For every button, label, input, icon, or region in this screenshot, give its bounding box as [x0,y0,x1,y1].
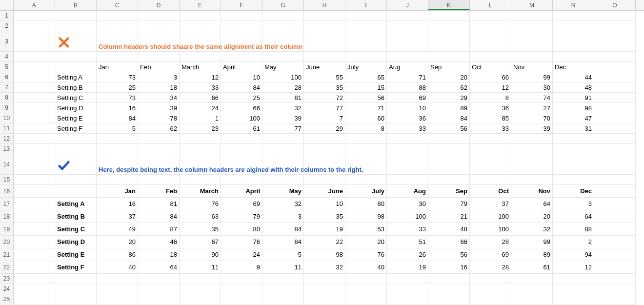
cell-K19[interactable]: 48 [428,223,470,236]
cell-C20[interactable]: 20 [97,236,138,248]
row-header-20[interactable]: 20 [0,236,14,248]
cell-N20[interactable]: 2 [553,236,594,248]
cell-E13[interactable] [180,144,221,154]
cell-H9[interactable]: 77 [304,103,345,113]
cell-L22[interactable]: 28 [470,261,511,274]
cell-M4[interactable] [511,52,553,62]
cell-D2[interactable] [138,21,180,31]
col-header-C[interactable]: C [97,0,138,10]
cell-J12[interactable] [387,134,428,144]
cell-C22[interactable]: 40 [97,261,138,274]
cell-E23[interactable] [180,274,221,284]
cell-J18[interactable]: 100 [387,210,428,223]
cell-B3[interactable] [55,31,97,52]
cell-B8[interactable]: Setting C [55,93,97,103]
cell-F9[interactable]: 66 [221,103,262,113]
row-header-23[interactable]: 23 [0,274,14,284]
cell-L9[interactable]: 36 [470,103,511,113]
cell-B20[interactable]: Setting D [55,236,97,248]
cell-L11[interactable]: 33 [470,123,511,134]
cell-I14[interactable] [345,154,387,175]
cell-I8[interactable]: 56 [345,93,387,103]
cell-N24[interactable] [553,284,594,294]
cell-G8[interactable]: 81 [262,93,304,103]
cell-N23[interactable] [553,274,594,284]
cell-K13[interactable] [428,144,470,154]
cell-O24[interactable] [594,284,636,294]
cell-E9[interactable]: 24 [180,103,221,113]
cell-D18[interactable]: 84 [138,210,180,223]
cell-F1[interactable] [221,11,262,21]
cell-C7[interactable]: 25 [97,82,138,93]
cell-I25[interactable] [345,294,387,305]
cell-C18[interactable]: 37 [97,210,138,223]
cell-I6[interactable]: 65 [345,72,387,82]
cell-A4[interactable] [14,52,55,62]
cell-D12[interactable] [138,134,180,144]
cell-H6[interactable]: 55 [304,72,345,82]
cell-F21[interactable]: 24 [221,248,262,261]
row-header-6[interactable]: 6 [0,72,14,82]
cell-O22[interactable] [594,261,636,274]
cell-E4[interactable] [180,52,221,62]
cell-A25[interactable] [14,294,55,305]
cell-L20[interactable]: 28 [470,236,511,248]
cell-G23[interactable] [262,274,304,284]
cell-J17[interactable]: 30 [387,198,428,210]
row-header-7[interactable]: 7 [0,82,14,93]
cell-C11[interactable]: 5 [97,123,138,134]
cell-M10[interactable]: 70 [511,113,553,123]
cell-A8[interactable] [14,93,55,103]
cell-N10[interactable]: 47 [553,113,594,123]
cell-M11[interactable]: 39 [511,123,553,134]
cell-O8[interactable] [594,93,636,103]
cell-E6[interactable]: 12 [180,72,221,82]
cell-K15[interactable] [428,175,470,185]
cell-B23[interactable] [55,274,97,284]
cell-D7[interactable]: 18 [138,82,180,93]
cell-K25[interactable] [428,294,470,305]
cell-K17[interactable]: 79 [428,198,470,210]
cell-J5[interactable]: Aug [387,62,428,72]
cell-G6[interactable]: 100 [262,72,304,82]
cell-F15[interactable] [221,175,262,185]
cell-E11[interactable]: 23 [180,123,221,134]
cell-N19[interactable]: 88 [553,223,594,236]
cell-I9[interactable]: 71 [345,103,387,113]
cell-K10[interactable]: 84 [428,113,470,123]
row-header-19[interactable]: 19 [0,223,14,236]
cell-L1[interactable] [470,11,511,21]
cell-F17[interactable]: 69 [221,198,262,210]
cell-E14[interactable] [180,154,221,175]
cell-G18[interactable]: 3 [262,210,304,223]
cell-E17[interactable]: 76 [180,198,221,210]
col-header-J[interactable]: J [387,0,428,10]
cell-G9[interactable]: 32 [262,103,304,113]
cell-D21[interactable]: 18 [138,248,180,261]
cell-D22[interactable]: 64 [138,261,180,274]
cell-A22[interactable] [14,261,55,274]
col-header-B[interactable]: B [55,0,97,10]
cell-A6[interactable] [14,72,55,82]
cell-I1[interactable] [345,11,387,21]
cell-G17[interactable]: 32 [262,198,304,210]
cell-E22[interactable]: 11 [180,261,221,274]
cell-M2[interactable] [511,21,553,31]
cell-N14[interactable] [553,154,594,175]
cell-O1[interactable] [594,11,636,21]
cell-H25[interactable] [304,294,345,305]
cell-F8[interactable]: 25 [221,93,262,103]
cell-G7[interactable]: 28 [262,82,304,93]
cell-F16[interactable]: April [221,185,262,198]
cell-J1[interactable] [387,11,428,21]
cell-C8[interactable]: 73 [97,93,138,103]
row-header-22[interactable]: 22 [0,261,14,274]
cell-M15[interactable] [511,175,553,185]
cell-F22[interactable]: 9 [221,261,262,274]
cell-D23[interactable] [138,274,180,284]
cell-N8[interactable]: 91 [553,93,594,103]
cell-M23[interactable] [511,274,553,284]
cell-M5[interactable]: Nov [511,62,553,72]
cell-E7[interactable]: 33 [180,82,221,93]
cell-M14[interactable] [511,154,553,175]
